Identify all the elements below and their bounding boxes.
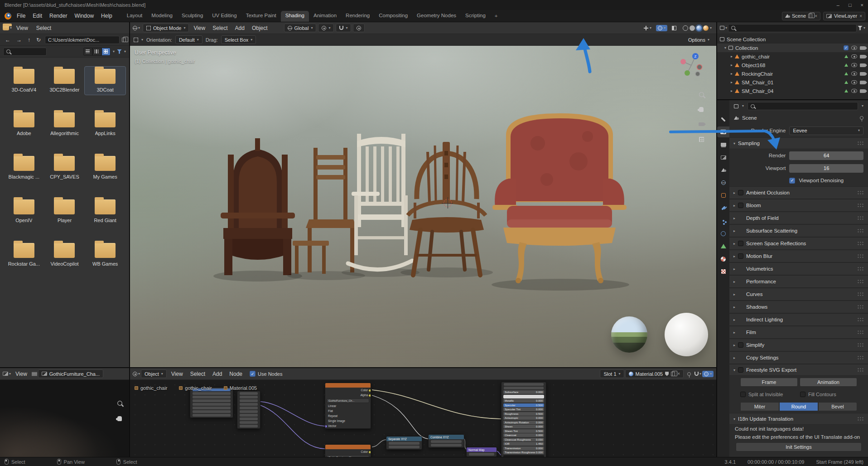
- outliner-search-input[interactable]: [728, 24, 857, 32]
- disable-render-icon[interactable]: [860, 55, 865, 58]
- hide-icon[interactable]: [851, 80, 857, 84]
- image-pan-icon[interactable]: [115, 413, 125, 423]
- outliner-row-object[interactable]: ▸ gothic_chair: [717, 52, 868, 61]
- freestyle-mode-button[interactable]: Animation: [800, 378, 857, 387]
- panel-header[interactable]: ▸ Film: [729, 326, 868, 339]
- shader-menu-item[interactable]: Node: [226, 369, 246, 379]
- folder-item[interactable]: My Games: [85, 154, 125, 182]
- chair-wooden[interactable]: [287, 148, 365, 280]
- panel-grip[interactable]: [857, 141, 864, 146]
- unlink-scene-icon[interactable]: ×: [815, 14, 817, 19]
- image-editor-icon[interactable]: [3, 372, 8, 376]
- panel-header[interactable]: ▸ Indirect Lighting: [729, 313, 868, 326]
- unlink-material-icon[interactable]: ×: [677, 371, 680, 376]
- disable-render-icon[interactable]: [860, 72, 865, 76]
- panel-header[interactable]: ▸ Screen Space Reflections: [729, 237, 868, 250]
- shader-menu-item[interactable]: Select: [187, 369, 209, 379]
- panel-checkbox[interactable]: [738, 190, 743, 195]
- node-header[interactable]: Normal Map: [467, 447, 497, 452]
- outliner-row-collection[interactable]: ▾ Collection ✓: [717, 44, 868, 52]
- panel-grip[interactable]: [857, 317, 864, 322]
- coordinate-list-node[interactable]: [190, 387, 233, 418]
- node-header[interactable]: [325, 445, 371, 449]
- node-row[interactable]: Metallic0.000: [503, 399, 544, 403]
- panel-header[interactable]: ▸ Bloom: [729, 199, 868, 212]
- freestyle-checkbox[interactable]: [738, 367, 743, 373]
- node-row[interactable]: GothicFurniture_Ch...: [327, 398, 369, 403]
- breadcrumb-scene-label[interactable]: Scene: [742, 115, 757, 121]
- node-row[interactable]: Subsurface0.000: [503, 390, 544, 394]
- collection-checkbox[interactable]: ✓: [844, 45, 849, 50]
- active-tool-icon[interactable]: [134, 38, 138, 42]
- freestyle-panel-header[interactable]: ▾ Freestyle SVG Export: [729, 364, 868, 376]
- close-button[interactable]: ×: [861, 2, 863, 8]
- hide-icon[interactable]: [851, 63, 857, 67]
- panel-grip[interactable]: [857, 417, 864, 421]
- hide-icon[interactable]: [851, 89, 857, 93]
- panel-grip[interactable]: [857, 267, 864, 271]
- node-row[interactable]: Anisotropic Rotation0.000: [503, 421, 544, 424]
- tab-modifiers[interactable]: [717, 203, 729, 214]
- panel-header[interactable]: ▸ Volumetrics: [729, 262, 868, 275]
- workspace-tab[interactable]: Rendering: [341, 11, 374, 22]
- viewport-denoising-checkbox[interactable]: ✓: [789, 178, 795, 184]
- folder-item[interactable]: WB Games: [85, 241, 125, 269]
- path-field[interactable]: C:\Users\lokmen\Doc...: [45, 36, 120, 44]
- folder-item[interactable]: 3DC2Blender: [44, 67, 85, 95]
- shader-snap-icon[interactable]: [694, 372, 699, 376]
- freestyle-option-checkbox[interactable]: [740, 392, 746, 397]
- file-browser-editor-icon[interactable]: [3, 26, 9, 30]
- panel-grip[interactable]: [857, 292, 864, 296]
- mode-dropdown[interactable]: Object Mode▾: [143, 24, 189, 32]
- panel-grip[interactable]: [857, 190, 864, 195]
- tool-orientation-dropdown[interactable]: Default▾: [175, 35, 203, 44]
- navigation-gizmo[interactable]: Z: [678, 52, 704, 78]
- breadcrumb-segment[interactable]: Material.005: [224, 385, 257, 391]
- disable-render-icon[interactable]: [860, 46, 865, 50]
- node-row[interactable]: IOR1.450: [503, 442, 544, 446]
- node-header[interactable]: Separate XYZ: [386, 437, 422, 441]
- workspace-tab[interactable]: Animation: [309, 11, 341, 22]
- folder-item[interactable]: Allegorithmic: [44, 110, 85, 138]
- pin-icon[interactable]: [687, 372, 691, 376]
- topbar-menu-item[interactable]: File: [13, 11, 29, 20]
- panel-header[interactable]: ▸ Ambient Occlusion: [729, 186, 868, 199]
- image-texture-node-2[interactable]: ColorGothicFurniture_Ch...: [325, 444, 371, 457]
- panel-header[interactable]: ▸ Curves: [729, 288, 868, 301]
- image-menu-icon[interactable]: [32, 372, 37, 376]
- outliner-row-object[interactable]: ▸ SM_Chair_04: [717, 87, 868, 95]
- topbar-menu-item[interactable]: Window: [71, 11, 97, 20]
- topbar-menu-item[interactable]: Help: [97, 11, 116, 20]
- outliner-row-scene-collection[interactable]: Scene Collection: [717, 35, 868, 44]
- panel-checkbox[interactable]: [738, 203, 743, 208]
- outliner-row-object[interactable]: ▸ SM_Chair_01: [717, 78, 868, 87]
- panel-grip[interactable]: [857, 343, 864, 347]
- maximize-button[interactable]: □: [849, 2, 852, 8]
- node-row[interactable]: Anisotropic0.000: [503, 416, 544, 420]
- outliner-editor-icon[interactable]: [720, 26, 724, 30]
- chair-armchair-red[interactable]: [492, 113, 629, 291]
- viewport-menu-item[interactable]: Add: [231, 24, 248, 33]
- folder-item[interactable]: AppLinks: [85, 110, 125, 138]
- panel-checkbox[interactable]: [738, 241, 743, 246]
- panel-checkbox[interactable]: [738, 342, 743, 348]
- options-dropdown[interactable]: Options▾: [685, 35, 713, 44]
- chair-gothic[interactable]: [213, 138, 302, 282]
- folder-item[interactable]: 3D-CoatV4: [4, 67, 44, 95]
- camera-view-icon[interactable]: [696, 119, 706, 129]
- render-engine-dropdown[interactable]: Eevee▾: [789, 126, 863, 135]
- node-row[interactable]: GothicFurniture_Ch...: [327, 455, 369, 457]
- sampling-value-field[interactable]: 16: [789, 164, 863, 173]
- blender-logo-icon[interactable]: [5, 13, 11, 19]
- shading-rendered-icon[interactable]: [703, 25, 709, 31]
- expand-icon[interactable]: ▾: [724, 46, 726, 50]
- file-search-input[interactable]: [3, 48, 47, 56]
- tab-object[interactable]: [717, 190, 729, 201]
- zoom-icon[interactable]: [696, 89, 706, 99]
- viewport-menu-item[interactable]: Object: [248, 24, 271, 33]
- workspace-tab[interactable]: Texture Paint: [241, 11, 281, 22]
- panel-header[interactable]: ▸ Simplify: [729, 339, 868, 351]
- image-zoom-icon[interactable]: [115, 398, 125, 408]
- display-horizontal-list-button[interactable]: [92, 48, 101, 56]
- tool-drag-dropdown[interactable]: Select Box▾: [221, 35, 256, 44]
